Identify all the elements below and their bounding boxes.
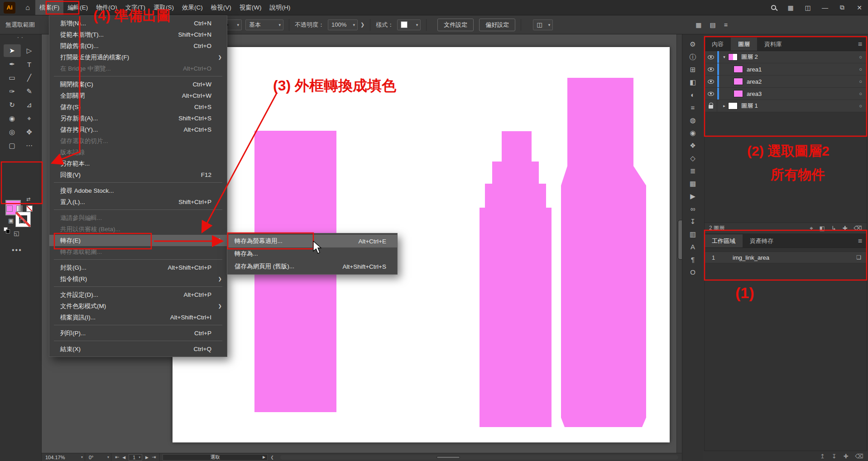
file-menu-item[interactable]: 儲存(S) Ctrl+S — [49, 101, 227, 113]
move-down-icon[interactable]: ↧ — [832, 453, 837, 460]
pink-bottle-large-shape[interactable] — [561, 78, 646, 427]
file-menu-item[interactable]: 版本記錄 — [49, 147, 227, 158]
visibility-toggle[interactable] — [705, 76, 717, 87]
rotation-dropdown[interactable]: 0° — [85, 453, 111, 461]
submenu-item[interactable]: 轉存為螢幕適用... Alt+Ctrl+E — [227, 235, 397, 247]
file-menu-item[interactable]: 開啟舊檔(O)... Ctrl+O — [49, 40, 227, 52]
workspace-icon[interactable] — [799, 0, 816, 15]
minimize-button[interactable] — [816, 0, 834, 15]
home-icon[interactable] — [20, 4, 35, 12]
draw-behind-icon[interactable]: ▢ — [19, 217, 24, 224]
opentype-icon[interactable]: O — [690, 269, 695, 276]
file-menu-item[interactable]: 打開最近使用過的檔案(F) — [49, 52, 227, 63]
delete-layer-icon[interactable]: ⌫ — [854, 225, 862, 232]
paintbrush-tool[interactable]: ✑ — [4, 85, 21, 98]
artboard-page-icon[interactable] — [856, 254, 867, 261]
links-icon[interactable]: ∞ — [691, 205, 695, 212]
document-setup-button[interactable]: 文件設定 — [437, 19, 474, 31]
first-artboard-button[interactable] — [115, 454, 119, 460]
file-menu-item[interactable]: 在 Bridge 中瀏覽... Alt+Ctrl+O — [49, 63, 227, 74]
artboard-name[interactable]: img_link_area — [733, 254, 856, 261]
file-menu-item[interactable]: 回復(V) F12 — [49, 169, 227, 181]
opacity-dropdown[interactable]: 100% — [328, 19, 358, 30]
file-menu-item[interactable]: 搜尋 Adobe Stock... — [49, 185, 227, 196]
artboard-tool[interactable]: ▢ — [4, 139, 21, 152]
symbols-icon[interactable]: ◇ — [690, 155, 695, 162]
layer-row[interactable]: area2 — [705, 76, 867, 88]
submenu-item[interactable]: 轉存為... — [227, 247, 397, 260]
distribute-icon[interactable] — [710, 21, 716, 29]
target-circle[interactable] — [859, 54, 862, 60]
brush-definition-dropdown[interactable]: 基本 — [245, 19, 283, 30]
character-icon[interactable]: A — [691, 243, 695, 250]
file-menu-item[interactable]: 封裝(G)... Alt+Shift+Ctrl+P — [49, 262, 227, 273]
new-sublayer-icon[interactable]: ↳ — [831, 225, 836, 232]
target-circle[interactable] — [859, 67, 862, 72]
hand-tool[interactable]: ✥ — [21, 126, 38, 138]
opacity-more-icon[interactable] — [360, 22, 364, 28]
file-menu-item[interactable]: 檔案資訊(I)... Alt+Shift+Ctrl+I — [49, 312, 227, 323]
status-play-icon[interactable] — [263, 455, 265, 459]
clipping-mask-icon[interactable]: ◧ — [820, 225, 825, 232]
move-up-icon[interactable]: ↥ — [820, 453, 825, 460]
scale-tool[interactable]: ⊿ — [21, 99, 38, 111]
swap-swatch-icon[interactable] — [26, 196, 30, 202]
file-menu-item[interactable]: 轉存(E) — [49, 235, 227, 246]
layer-thumbnail[interactable] — [734, 90, 743, 97]
variables-icon[interactable]: ▥ — [690, 231, 696, 238]
panel-grip[interactable] — [0, 34, 41, 41]
layer-thumbnail[interactable] — [734, 66, 743, 73]
gradient-icon[interactable]: ◐ — [691, 91, 695, 98]
horizontal-scroll-thumb[interactable] — [436, 456, 460, 459]
zoom-tool[interactable]: ◎ — [4, 126, 21, 138]
default-swatches-icon[interactable] — [4, 227, 10, 233]
file-menu-item[interactable]: 從範本新增(T)... Shift+Ctrl+N — [49, 29, 227, 40]
file-menu-item[interactable]: 儲存拷貝(Y)... Alt+Ctrl+S — [49, 124, 227, 135]
expand-chevron-icon[interactable]: ▾ — [720, 55, 728, 59]
layers-icon[interactable]: ≣ — [690, 167, 696, 174]
collapse-icon[interactable] — [270, 455, 274, 460]
file-menu-item[interactable]: 邀請參與編輯... — [49, 212, 227, 223]
file-menu-item[interactable]: 結束(X) Ctrl+Q — [49, 343, 227, 355]
file-menu-item[interactable]: 文件色彩模式(M) — [49, 300, 227, 312]
eyedropper-tool[interactable]: ⌖ — [21, 112, 38, 125]
select-similar-dropdown[interactable] — [533, 19, 553, 30]
artboard-row[interactable]: 1 img_link_area — [705, 252, 867, 263]
next-artboard-button[interactable] — [145, 455, 149, 460]
layer-row[interactable]: ▾ 圖層 2 — [705, 51, 867, 63]
paragraph-icon[interactable]: ¶ — [691, 256, 695, 263]
menubar-item[interactable]: 視窗(W) — [235, 0, 266, 15]
restore-button[interactable] — [834, 0, 851, 15]
draw-normal-icon[interactable]: ▣ — [8, 217, 14, 224]
layer-name[interactable]: area3 — [747, 90, 762, 97]
expand-chevron-icon[interactable]: ▸ — [720, 104, 728, 108]
last-artboard-button[interactable] — [152, 454, 156, 460]
line-segment-tool[interactable]: ╱ — [21, 71, 38, 84]
file-menu-item[interactable]: 另存新檔(A)... Shift+Ctrl+S — [49, 113, 227, 124]
file-menu-item[interactable]: 轉存選取範圍... — [49, 246, 227, 257]
layer-row[interactable]: area1 — [705, 63, 867, 76]
style-dropdown[interactable] — [397, 19, 421, 30]
search-icon[interactable] — [765, 0, 782, 15]
panel-menu-icon[interactable] — [858, 234, 867, 247]
panel-menu-icon[interactable] — [858, 38, 867, 51]
menubar-item[interactable]: 編輯(E) — [63, 0, 92, 15]
layer-name[interactable]: area2 — [747, 78, 762, 85]
transform-icon[interactable]: ⊞ — [690, 66, 696, 73]
menubar-item[interactable]: 選取(S) — [149, 0, 178, 15]
delete-artboard-icon[interactable]: ⌫ — [855, 453, 863, 460]
direct-selection-tool[interactable]: ▷ — [21, 44, 38, 57]
color-icon[interactable]: ◧ — [690, 79, 696, 86]
layer-row[interactable]: ▸ 圖層 1 — [705, 100, 867, 112]
app-logo-icon[interactable]: Ai — [4, 2, 15, 14]
menubar-item[interactable]: 效果(C) — [178, 0, 207, 15]
file-menu-item[interactable]: 關閉檔案(C) Ctrl+W — [49, 79, 227, 90]
prev-artboard-button[interactable] — [122, 455, 125, 460]
target-circle[interactable] — [859, 79, 862, 84]
properties-gear-icon[interactable]: ⚙ — [690, 41, 695, 48]
pen-tool[interactable]: ✒ — [4, 58, 21, 71]
arrange-docs-icon[interactable] — [782, 0, 799, 15]
visibility-toggle[interactable] — [705, 88, 717, 100]
asset-export-icon[interactable]: ↧ — [690, 218, 696, 225]
artboards-icon[interactable]: ▦ — [690, 180, 696, 187]
